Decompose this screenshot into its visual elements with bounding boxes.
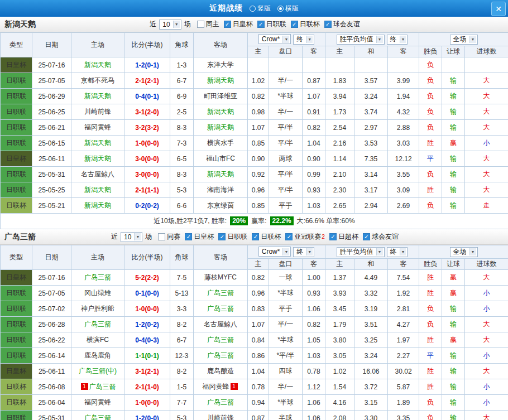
filter-checkbox-1[interactable]: ✓日皇杯 xyxy=(224,20,253,29)
avg-away-cell: 4.32 xyxy=(388,104,419,120)
away-team-cell[interactable]: 东京绿茵 xyxy=(194,198,248,214)
final-avg-select[interactable]: 终▼ xyxy=(387,247,408,257)
score-cell: 1-2(0-0) xyxy=(124,411,170,420)
scope-select-value: 全场 xyxy=(453,35,467,44)
away-team-cell[interactable]: 新潟天鹅 xyxy=(194,104,248,120)
filter-checkbox-2[interactable]: ✓日职联 xyxy=(257,20,286,29)
matches-label: 场 xyxy=(145,232,152,242)
avg-home-cell: 3.05 xyxy=(325,348,354,364)
checkbox-icon: ✓ xyxy=(257,21,265,28)
home-team-cell[interactable]: 京都不死鸟 xyxy=(71,73,124,89)
away-team-cell[interactable]: 广岛三箭 xyxy=(194,348,248,364)
layout-radio-horizontal[interactable]: 横版 xyxy=(277,4,299,13)
away-team-cell[interactable]: 藤枝MYFC xyxy=(194,270,248,286)
final-odds-select[interactable]: 终▼ xyxy=(293,247,314,257)
home-team-cell[interactable]: 鹿岛鹿角 xyxy=(71,348,124,364)
away-team-cell[interactable]: 广岛三箭 xyxy=(194,332,248,348)
away-team-cell[interactable]: 横滨水手 xyxy=(194,136,248,151)
avg-home-cell: 2.30 xyxy=(325,182,354,198)
filter-checkbox-5[interactable]: ✓日超杯 xyxy=(329,232,358,242)
result-handicap-cell: 输 xyxy=(442,182,465,198)
home-team-cell[interactable]: 名古屋鲸八 xyxy=(71,167,124,182)
filter-checkbox-1[interactable]: ✓日皇杯 xyxy=(185,232,214,242)
away-team-cell[interactable]: 新潟天鹅 xyxy=(194,73,248,89)
home-team-cell[interactable]: 广岛三箭 xyxy=(71,270,124,286)
checkbox-icon: ✓ xyxy=(291,21,298,28)
home-team-cell[interactable]: 川崎前锋 xyxy=(71,104,124,120)
scope-select[interactable]: 全场▼ xyxy=(450,247,478,257)
summary-cell: 近10场,胜2平1负7, 胜率:20%赢率:22.2%大:66.6% 单率:60… xyxy=(1,214,508,229)
filter-checkbox-3[interactable]: ✓日联杯 xyxy=(252,232,281,242)
filter-checkbox-4[interactable]: ✓亚冠联赛2 xyxy=(285,232,325,242)
layout-radio-vertical[interactable]: 竖版 xyxy=(250,4,271,13)
away-team-cell[interactable]: 町田泽维亚 xyxy=(194,89,248,104)
away-team-cell[interactable]: 广岛三箭 xyxy=(194,301,248,317)
away-team-cell[interactable]: 广岛三箭 xyxy=(194,286,248,301)
away-team-cell[interactable]: 新潟天鹅 xyxy=(194,120,248,136)
home-team-cell[interactable]: 1广岛三箭 xyxy=(71,379,124,395)
home-team-cell[interactable]: 冈山绿雉 xyxy=(71,286,124,301)
bookmaker-select[interactable]: Crow*▼ xyxy=(258,34,291,44)
home-team-name: 福冈黄蜂 xyxy=(84,123,111,131)
odds-handicap-cell: *半球 xyxy=(269,89,303,104)
type-cell: 日职联 xyxy=(1,301,32,317)
match-count-select[interactable]: 10▼ xyxy=(159,20,181,30)
away-team-cell[interactable]: 川崎前锋 xyxy=(194,411,248,420)
away-team-cell[interactable]: 福冈黄蜂1 xyxy=(194,379,248,395)
avg-odds-select[interactable]: 胜平负均值▼ xyxy=(337,35,385,45)
home-team-cell[interactable]: 福冈黄蜂 xyxy=(71,395,124,411)
away-team-cell[interactable]: 广岛三箭 xyxy=(194,395,248,411)
home-team-cell[interactable]: 福冈黄蜂 xyxy=(71,120,124,136)
away-team-cell[interactable]: 东洋大学 xyxy=(194,57,248,73)
radio-vertical-label: 竖版 xyxy=(257,4,271,13)
avg-odds-select[interactable]: 胜平负均值▼ xyxy=(337,247,385,257)
odds-handicap-cell: 平手 xyxy=(269,198,303,214)
checkbox-label: 日职联 xyxy=(227,232,247,242)
avg-home-cell: 3.45 xyxy=(325,301,354,317)
odds-handicap-cell: 一球 xyxy=(269,270,303,286)
home-team-cell[interactable]: 横滨FC xyxy=(71,332,124,348)
avg-away-cell: 3.35 xyxy=(388,411,419,420)
date-cell: 25-05-25 xyxy=(32,182,71,198)
away-team-cell[interactable]: 福山市FC xyxy=(194,151,248,167)
home-team-cell[interactable]: 新潟天鹅 xyxy=(71,57,124,73)
home-team-cell[interactable]: 新潟天鹅 xyxy=(71,182,124,198)
filter-checkbox-0[interactable]: 同赛 xyxy=(158,232,180,242)
final-avg-select[interactable]: 终▼ xyxy=(387,35,408,45)
home-team-cell[interactable]: 广岛三箭 xyxy=(71,317,124,332)
col-subheader: 进球数 xyxy=(465,46,508,57)
avg-home-cell: 2.08 xyxy=(325,411,354,420)
count-badge: 2 xyxy=(322,234,325,240)
home-team-cell[interactable]: 广岛三箭 xyxy=(71,411,124,420)
corner-cell: 1-3 xyxy=(170,57,194,73)
result-wdl-cell: 负 xyxy=(419,395,442,411)
home-team-cell[interactable]: 新潟天鹅 xyxy=(71,151,124,167)
scope-select[interactable]: 全场▼ xyxy=(450,35,478,45)
match-count-select[interactable]: 10▼ xyxy=(121,232,142,242)
result-wdl-cell: 胜 xyxy=(419,182,442,198)
filter-checkbox-3[interactable]: ✓日联杯 xyxy=(291,20,320,29)
home-team-cell[interactable]: 神户胜利船 xyxy=(71,301,124,317)
away-team-cell[interactable]: 名古屋鲸八 xyxy=(194,317,248,332)
filter-checkbox-0[interactable]: 同主 xyxy=(197,20,219,29)
home-team-cell[interactable]: 新潟天鹅 xyxy=(71,198,124,214)
col-subheader: 主 xyxy=(325,46,354,57)
away-team-cell[interactable]: 新潟天鹅 xyxy=(194,167,248,182)
corner-cell: 7-3 xyxy=(170,136,194,151)
away-team-cell[interactable]: 湘南海洋 xyxy=(194,182,248,198)
away-team-name: 名古屋鲸八 xyxy=(204,320,237,328)
result-handicap-cell: 输 xyxy=(442,317,465,332)
bookmaker-select[interactable]: Crow*▼ xyxy=(258,247,291,257)
result-goals-cell: 大 xyxy=(465,182,508,198)
corner-cell: 6-9 xyxy=(170,89,194,104)
home-team-cell[interactable]: 新潟天鹅 xyxy=(71,136,124,151)
final-odds-select[interactable]: 终▼ xyxy=(293,35,314,45)
filter-checkbox-6[interactable]: ✓球会友谊 xyxy=(363,232,399,242)
odds-home-cell: 1.02 xyxy=(248,73,269,89)
home-team-cell[interactable]: 新潟天鹅 xyxy=(71,89,124,104)
filter-checkbox-2[interactable]: ✓日职联 xyxy=(218,232,247,242)
away-team-cell[interactable]: 鹿岛酿造 xyxy=(194,364,248,379)
filter-checkbox-4[interactable]: ✓球会友谊 xyxy=(324,20,360,29)
close-icon[interactable]: ✕ xyxy=(491,2,506,16)
home-team-cell[interactable]: 广岛三箭(中) xyxy=(71,364,124,379)
